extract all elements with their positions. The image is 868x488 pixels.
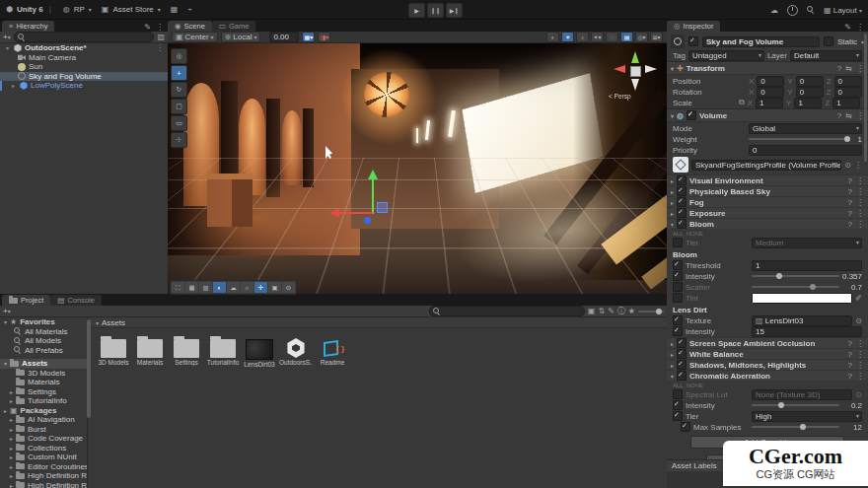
doc-icon[interactable]: ? xyxy=(848,198,852,207)
weight-slider[interactable] xyxy=(749,138,849,140)
object-picker-icon[interactable]: ⊙ xyxy=(844,161,851,170)
move-tool-button[interactable]: + xyxy=(171,65,187,81)
layout-menu[interactable]: ▦ Layout ▾ xyxy=(824,6,862,15)
dirt-intensity-checkbox[interactable] xyxy=(673,326,683,336)
search-overlay-button[interactable]: ⌕ xyxy=(241,282,253,293)
scatter-slider[interactable] xyxy=(752,286,839,288)
volume-component-header[interactable]: ▾ ◍ Volume ?⇆⋮ xyxy=(667,108,868,122)
assets-root-row[interactable]: ▾Assets xyxy=(0,359,87,369)
foldout-arrow[interactable]: ▾ xyxy=(671,373,674,380)
transform-component-header[interactable]: ▾ ✛ Transform ?⇆⋮ xyxy=(667,61,868,75)
texture-checkbox[interactable] xyxy=(673,315,683,325)
more-icon[interactable]: ⋮ xyxy=(156,23,164,32)
hierarchy-filter-icon[interactable]: ⇅ xyxy=(598,307,605,315)
cloud-icon[interactable]: ☁ xyxy=(770,6,778,15)
position-x-field[interactable]: 0 xyxy=(757,76,784,87)
account-menu[interactable]: ◍ RP▾ xyxy=(63,5,92,14)
all-button[interactable]: ALL xyxy=(673,231,684,237)
asset-settings[interactable]: Settings xyxy=(170,335,203,366)
gizmo-cone-down[interactable] xyxy=(631,79,639,91)
settings-overlay-button[interactable]: ⊘ xyxy=(282,282,295,293)
override-visual-environment[interactable]: ▸ Visual Environment ?⋮ xyxy=(667,174,868,185)
gizmo-z-handle[interactable] xyxy=(364,217,371,224)
orientation-gizmo[interactable] xyxy=(614,51,657,91)
snap-toggle-icon[interactable]: ◨▾ xyxy=(318,32,330,42)
more-icon[interactable]: ⋮ xyxy=(856,176,864,185)
foldout-arrow[interactable]: ▸ xyxy=(10,82,17,89)
overlay-menu-icon[interactable]: ⊞▾ xyxy=(650,32,663,42)
favorite-all-materials[interactable]: All Materials xyxy=(0,327,87,337)
tab-scene[interactable]: ◉Scene xyxy=(168,21,212,32)
tab-hierarchy[interactable]: ≡Hierarchy xyxy=(2,21,54,32)
foldout-arrow[interactable]: ▸ xyxy=(671,351,674,358)
layer-dropdown[interactable]: Default xyxy=(790,50,862,61)
preset-icon[interactable]: ⇆ xyxy=(845,111,852,120)
mode-dropdown[interactable]: Global xyxy=(749,123,862,134)
project-search-input[interactable] xyxy=(429,306,585,316)
foldout-arrow[interactable]: ▸ xyxy=(671,210,674,217)
shading-mode-icon[interactable]: ◐ xyxy=(546,32,559,42)
hierarchy-scene-row[interactable]: ▾ OutdoorsScene* ⋮ xyxy=(0,43,168,53)
dirt-intensity-field[interactable]: 15 xyxy=(752,326,862,337)
all-button[interactable]: ALL xyxy=(673,383,684,388)
asset-store-menu[interactable]: ▣ Asset Store▾ xyxy=(102,5,161,14)
tree-package[interactable]: ▸Custom NUnit xyxy=(0,453,87,462)
project-tree-scrollbar[interactable] xyxy=(87,319,91,418)
asset-lensdirt03[interactable]: LensDirt03 xyxy=(243,335,276,368)
pen-icon[interactable]: ✎ xyxy=(844,23,851,32)
override-physically-based-sky[interactable]: ▸ Physically Based Sky ?⋮ xyxy=(667,185,868,196)
override-checkbox[interactable] xyxy=(677,208,687,218)
tint-color-swatch[interactable] xyxy=(752,293,852,304)
active-checkbox[interactable] xyxy=(688,36,698,46)
favorites-row[interactable]: ▾★Favorites xyxy=(0,317,87,327)
scale-z-field[interactable]: 1 xyxy=(832,98,860,108)
tag-dropdown[interactable]: Untagged xyxy=(688,50,764,61)
edit-icon[interactable]: ✎ xyxy=(608,307,615,315)
thumbnail-size-slider[interactable] xyxy=(638,311,664,313)
camera-settings-icon[interactable]: ▤ xyxy=(620,32,633,42)
inspector-scrollbar[interactable] xyxy=(864,34,867,162)
asset-readme[interactable]: Readme xyxy=(316,335,349,366)
scale-y-field[interactable]: 1 xyxy=(794,98,822,108)
gameobject-name-field[interactable]: Sky and Fog Volume xyxy=(702,36,820,47)
help-icon[interactable]: ? xyxy=(837,111,841,120)
tab-game[interactable]: ▭Game xyxy=(212,21,256,32)
doc-icon[interactable]: ? xyxy=(848,372,852,381)
gizmo-x-arrowhead[interactable] xyxy=(329,208,339,218)
max-samples-checkbox[interactable] xyxy=(681,422,690,432)
profile-field[interactable]: SkyandFogSettingsProfile (Volume Profile… xyxy=(691,160,841,171)
orientation-button[interactable]: ✛ xyxy=(254,282,267,293)
more-icon[interactable]: ⋮ xyxy=(856,372,864,381)
override-ssao[interactable]: ▸ Screen Space Ambient Occlusion ?⋮ xyxy=(667,337,868,348)
hierarchy-item-sun[interactable]: Sun xyxy=(0,62,168,72)
hidden-objects-icon[interactable]: ◌ xyxy=(606,32,618,42)
grid-visibility-button[interactable]: ⛶ xyxy=(172,282,184,293)
tree-package[interactable]: ▸AI Navigation xyxy=(0,415,87,425)
tint-checkbox[interactable] xyxy=(673,293,683,303)
scene-visibility-icon[interactable]: ▨ xyxy=(157,33,165,41)
history-icon[interactable] xyxy=(787,5,798,16)
hierarchy-item-sky-and-fog-volume[interactable]: Sky and Fog Volume xyxy=(0,72,168,82)
rotation-y-field[interactable]: 0 xyxy=(796,87,824,98)
window-grid-button[interactable]: ▦ xyxy=(171,5,179,14)
foldout-arrow[interactable]: ▾ xyxy=(671,221,674,228)
scene-menu-icon[interactable]: ⋮ xyxy=(156,43,168,52)
override-checkbox[interactable] xyxy=(677,186,687,196)
doc-icon[interactable]: ? xyxy=(848,209,852,218)
intensity-checkbox[interactable] xyxy=(673,400,683,410)
favorite-all-models[interactable]: All Models xyxy=(0,336,87,346)
step-button[interactable]: ▶❙ xyxy=(446,3,463,18)
gizmo-center-cube[interactable] xyxy=(630,66,641,77)
tree-package[interactable]: ▸Code Coverage xyxy=(0,434,87,444)
add-asset-button[interactable]: +▾ xyxy=(3,307,11,315)
component-enabled-checkbox[interactable] xyxy=(687,110,696,120)
more-icon[interactable]: ⋮ xyxy=(856,350,864,359)
scale-x-field[interactable]: 1 xyxy=(756,98,783,108)
effects-dropdown-icon[interactable]: ✦▾ xyxy=(591,32,604,42)
more-icon[interactable]: ⋮ xyxy=(856,339,864,348)
tool-handle-rotation-dropdown[interactable]: ⊕Local▾ xyxy=(221,32,261,42)
override-checkbox[interactable] xyxy=(677,338,687,348)
override-shadows-midtones-highlights[interactable]: ▸ Shadows, Midtones, Highlights ?⋮ xyxy=(667,359,868,370)
view-tool-button[interactable]: ◎ xyxy=(171,48,187,64)
play-button[interactable]: ▶ xyxy=(408,3,425,18)
